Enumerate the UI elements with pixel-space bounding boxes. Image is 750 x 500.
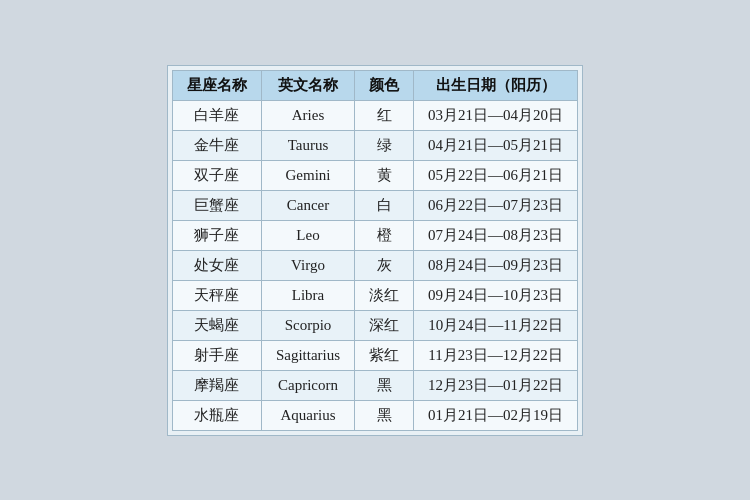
cell-dates: 07月24日—08月23日	[414, 220, 578, 250]
table-body: 白羊座Aries红03月21日—04月20日金牛座Taurus绿04月21日—0…	[172, 100, 577, 430]
cell-english-name: Aries	[261, 100, 354, 130]
table-row: 金牛座Taurus绿04月21日—05月21日	[172, 130, 577, 160]
cell-chinese-name: 处女座	[172, 250, 261, 280]
cell-color: 橙	[355, 220, 414, 250]
table-row: 水瓶座Aquarius黑01月21日—02月19日	[172, 400, 577, 430]
header-dates: 出生日期（阳历）	[414, 70, 578, 100]
table-row: 处女座Virgo灰08月24日—09月23日	[172, 250, 577, 280]
cell-color: 深红	[355, 310, 414, 340]
cell-color: 淡红	[355, 280, 414, 310]
header-english-name: 英文名称	[261, 70, 354, 100]
cell-english-name: Capricorn	[261, 370, 354, 400]
header-color: 颜色	[355, 70, 414, 100]
cell-dates: 10月24日—11月22日	[414, 310, 578, 340]
cell-english-name: Taurus	[261, 130, 354, 160]
cell-english-name: Leo	[261, 220, 354, 250]
cell-dates: 09月24日—10月23日	[414, 280, 578, 310]
cell-dates: 04月21日—05月21日	[414, 130, 578, 160]
table-row: 白羊座Aries红03月21日—04月20日	[172, 100, 577, 130]
cell-english-name: Libra	[261, 280, 354, 310]
table-row: 摩羯座Capricorn黑12月23日—01月22日	[172, 370, 577, 400]
table-row: 射手座Sagittarius紫红11月23日—12月22日	[172, 340, 577, 370]
cell-chinese-name: 天秤座	[172, 280, 261, 310]
cell-chinese-name: 狮子座	[172, 220, 261, 250]
cell-chinese-name: 天蝎座	[172, 310, 261, 340]
cell-english-name: Sagittarius	[261, 340, 354, 370]
cell-chinese-name: 金牛座	[172, 130, 261, 160]
cell-english-name: Virgo	[261, 250, 354, 280]
cell-color: 紫红	[355, 340, 414, 370]
table-header-row: 星座名称 英文名称 颜色 出生日期（阳历）	[172, 70, 577, 100]
cell-color: 红	[355, 100, 414, 130]
zodiac-table-wrapper: 星座名称 英文名称 颜色 出生日期（阳历） 白羊座Aries红03月21日—04…	[167, 65, 583, 436]
cell-english-name: Cancer	[261, 190, 354, 220]
cell-english-name: Scorpio	[261, 310, 354, 340]
cell-chinese-name: 巨蟹座	[172, 190, 261, 220]
zodiac-table: 星座名称 英文名称 颜色 出生日期（阳历） 白羊座Aries红03月21日—04…	[172, 70, 578, 431]
cell-dates: 05月22日—06月21日	[414, 160, 578, 190]
cell-color: 白	[355, 190, 414, 220]
cell-dates: 08月24日—09月23日	[414, 250, 578, 280]
table-row: 天蝎座Scorpio深红10月24日—11月22日	[172, 310, 577, 340]
cell-dates: 11月23日—12月22日	[414, 340, 578, 370]
cell-dates: 12月23日—01月22日	[414, 370, 578, 400]
cell-chinese-name: 双子座	[172, 160, 261, 190]
cell-english-name: Gemini	[261, 160, 354, 190]
table-row: 天秤座Libra淡红09月24日—10月23日	[172, 280, 577, 310]
cell-color: 绿	[355, 130, 414, 160]
table-row: 双子座Gemini黄05月22日—06月21日	[172, 160, 577, 190]
cell-chinese-name: 白羊座	[172, 100, 261, 130]
cell-color: 黑	[355, 370, 414, 400]
cell-dates: 01月21日—02月19日	[414, 400, 578, 430]
cell-chinese-name: 水瓶座	[172, 400, 261, 430]
table-row: 狮子座Leo橙07月24日—08月23日	[172, 220, 577, 250]
cell-chinese-name: 摩羯座	[172, 370, 261, 400]
cell-dates: 03月21日—04月20日	[414, 100, 578, 130]
cell-dates: 06月22日—07月23日	[414, 190, 578, 220]
cell-color: 灰	[355, 250, 414, 280]
cell-color: 黄	[355, 160, 414, 190]
table-row: 巨蟹座Cancer白06月22日—07月23日	[172, 190, 577, 220]
cell-chinese-name: 射手座	[172, 340, 261, 370]
header-chinese-name: 星座名称	[172, 70, 261, 100]
cell-color: 黑	[355, 400, 414, 430]
cell-english-name: Aquarius	[261, 400, 354, 430]
